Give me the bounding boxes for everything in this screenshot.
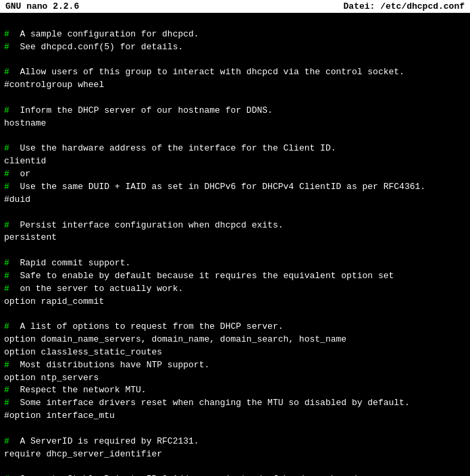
editor-line: # A sample configuration for dhcpcd. (4, 28, 466, 41)
editor-line: # or (4, 168, 466, 181)
editor-line: # Use the same DUID + IAID as set in DHC… (4, 181, 466, 194)
editor-line: # Some interface drivers reset when chan… (4, 397, 466, 410)
editor-line: # Persist interface configuration when d… (4, 219, 466, 232)
editor-line: # A list of options to request from the … (4, 321, 466, 334)
editor-line (4, 16, 466, 28)
editor-content[interactable]: # A sample configuration for dhcpcd.# Se… (0, 13, 470, 476)
editor-line: require dhcp_server_identifier (4, 448, 466, 461)
editor-line (4, 92, 466, 105)
editor-line: # Inform the DHCP server of our hostname… (4, 105, 466, 117)
editor-line: # Respect the network MTU. (4, 384, 466, 397)
editor-line (4, 130, 466, 143)
editor-line (4, 423, 466, 435)
editor-line (4, 207, 466, 219)
editor-line: option domain_name_servers, domain_name,… (4, 334, 466, 346)
editor-line: # Most distributions have NTP support. (4, 359, 466, 372)
editor-line: # Safe to enable by default because it r… (4, 270, 466, 283)
editor-line: option classless_static_routes (4, 346, 466, 359)
editor-line (4, 461, 466, 474)
editor-line: # Rapid commit support. (4, 257, 466, 270)
editor-line: persistent (4, 232, 466, 244)
editor-line (4, 244, 466, 257)
editor-line: # See dhcpcd.conf(5) for details. (4, 41, 466, 54)
editor-line: # Use the hardware address of the interf… (4, 142, 466, 155)
editor-line: # on the server to actually work. (4, 283, 466, 296)
editor-line: # Generate Stable Private IPv6 Addresses… (4, 473, 466, 476)
editor-line (4, 308, 466, 321)
editor-line: option ntp_servers (4, 372, 466, 385)
app-title: GNU nano 2.2.6 (5, 1, 79, 11)
editor-line: #controlgroup wheel (4, 79, 466, 92)
title-bar: GNU nano 2.2.6 Datei: /etc/dhcpcd.conf (0, 0, 470, 13)
editor-line (4, 54, 466, 67)
terminal-window: GNU nano 2.2.6 Datei: /etc/dhcpcd.conf #… (0, 0, 470, 476)
editor-line: #duid (4, 194, 466, 207)
editor-line: clientid (4, 155, 466, 168)
file-path: Datei: /etc/dhcpcd.conf (344, 1, 465, 11)
editor-line: hostname (4, 117, 466, 130)
editor-line: option rapid_commit (4, 296, 466, 309)
editor-line: # Allow users of this group to interact … (4, 66, 466, 79)
editor-line: #option interface_mtu (4, 410, 466, 423)
editor-line: # A ServerID is required by RFC2131. (4, 435, 466, 448)
